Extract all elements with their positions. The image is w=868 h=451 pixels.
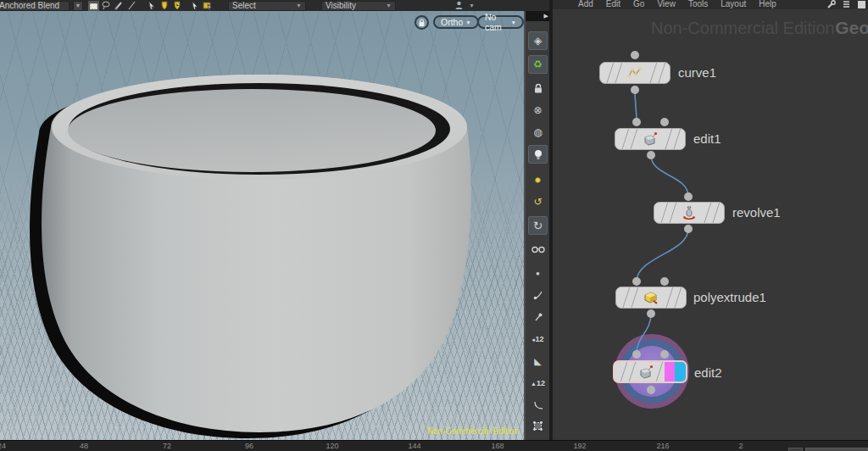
node-polyextrude1[interactable]: [615, 287, 687, 309]
headlight-icon[interactable]: [528, 145, 548, 164]
strip-expand-button[interactable]: ▶: [526, 11, 549, 21]
ortho-view-button[interactable]: Ortho▼: [433, 15, 479, 29]
view-mask-icon[interactable]: ◍: [528, 123, 548, 142]
cursor-shield-icon[interactable]: [159, 1, 170, 11]
polyextrude1-output-dot[interactable]: [647, 309, 655, 318]
hide-pin-icon[interactable]: ⊗: [528, 101, 548, 120]
playbar-timeline[interactable]: 24 48 72 96 120 144 168 192 216 240: [0, 440, 868, 451]
camera-select-button[interactable]: No cam▼: [477, 15, 524, 29]
node-label-polyextrude1[interactable]: polyextrude1: [693, 290, 766, 304]
tick-144: 144: [408, 442, 420, 450]
houdini-window: Anchored Blend ▼ Select: [0, 0, 868, 451]
pin-icon[interactable]: [528, 308, 548, 326]
display-flag[interactable]: [675, 362, 686, 383]
node-edit2[interactable]: [613, 360, 687, 383]
glasses-icon[interactable]: [528, 240, 548, 259]
display-options-toolbar: ▶ ◈ ♻ ⊗ ◍ ↺ ↻ ● ●12 ◣ ▲12: [524, 11, 549, 440]
camera-label: No cam: [485, 12, 509, 32]
curve1-input-dot[interactable]: [631, 51, 639, 59]
point-marker-icon[interactable]: [528, 286, 548, 304]
select-mode-dropdown[interactable]: Select ▼: [228, 1, 306, 11]
edit-node-icon: [642, 131, 659, 147]
bowl-interior: [68, 89, 436, 172]
node-edit1[interactable]: [615, 128, 686, 150]
curve-node-icon: [627, 66, 643, 80]
shield-icon[interactable]: [171, 1, 182, 11]
orbit-pivot-icon[interactable]: ↺: [528, 192, 548, 211]
active-tool-label: Anchored Blend: [0, 1, 59, 10]
curve1-output-dot[interactable]: [631, 86, 639, 94]
visibility-label: Visibility: [326, 1, 356, 10]
view-layout-icon[interactable]: ◈: [528, 31, 548, 50]
profile-curve-icon[interactable]: [528, 396, 548, 415]
marquee-select-icon[interactable]: [88, 1, 99, 11]
tool-dropdown-arrow[interactable]: ▼: [73, 1, 83, 11]
visibility-dropdown[interactable]: Visibility ▼: [321, 1, 396, 11]
edit2-output-dot[interactable]: [647, 386, 655, 394]
revolve1-input-dot[interactable]: [684, 192, 693, 201]
scene-viewport[interactable]: Ortho▼ No cam▼ Non-Commercial Edition: [0, 11, 524, 440]
tick-24: 24: [0, 442, 6, 450]
playbar-button[interactable]: [788, 448, 803, 451]
lasso-select-icon[interactable]: [101, 1, 112, 11]
node-label-revolve1[interactable]: revolve1: [732, 205, 781, 220]
cursor-plain-icon[interactable]: [189, 1, 200, 11]
point-numbers-icon[interactable]: ●12: [528, 330, 548, 348]
wire-polyextrude1-edit2: [637, 314, 651, 354]
tick-192: 192: [573, 442, 586, 450]
snap-point-icon[interactable]: [528, 170, 548, 189]
tick-216: 216: [656, 442, 669, 450]
tick-96: 96: [245, 442, 253, 450]
reference-plane-icon[interactable]: ↻: [528, 216, 548, 235]
ortho-label: Ortho: [441, 17, 463, 27]
prim-display-icon[interactable]: ◣: [528, 352, 548, 370]
edit1-input2-dot[interactable]: [660, 118, 669, 126]
tick-48: 48: [80, 442, 88, 450]
node-revolve1[interactable]: [654, 202, 725, 224]
edit1-output-dot[interactable]: [647, 151, 655, 159]
frame-field[interactable]: [805, 448, 868, 451]
lock-icon[interactable]: [415, 15, 429, 30]
viewport-toolbar: Anchored Blend ▼ Select: [0, 0, 549, 11]
viewport-watermark: Non-Commercial Edition: [427, 426, 519, 436]
tick-72: 72: [163, 442, 171, 450]
toolbar-overflow-caret-icon[interactable]: ▼: [466, 1, 477, 11]
polyextrude-node-icon: [643, 290, 659, 305]
select-mode-label: Select: [232, 1, 256, 10]
prim-numbers-icon[interactable]: ▲12: [528, 374, 548, 393]
polyextrude1-input1-dot[interactable]: [632, 277, 641, 286]
brush-select-icon[interactable]: [114, 1, 125, 11]
bowl-geometry: [0, 11, 524, 440]
edit-node-icon: [637, 365, 654, 380]
show-selected-icon[interactable]: ♻: [528, 55, 548, 74]
wire-revolve1-polyextrude1: [637, 229, 688, 281]
points-display-icon[interactable]: ●: [528, 264, 548, 282]
user-icon[interactable]: [453, 1, 465, 11]
cursor-icon[interactable]: [146, 1, 157, 11]
network-editor[interactable]: Add Edit Go View Tools Layout Help Non-C…: [553, 0, 868, 440]
wire-edit1-revolve1: [651, 155, 688, 197]
lock-icon[interactable]: [528, 79, 548, 97]
polyextrude1-input2-dot[interactable]: [660, 277, 669, 286]
active-tool-dropdown[interactable]: Anchored Blend: [0, 1, 70, 11]
revolve1-output-dot[interactable]: [684, 225, 693, 233]
template-flag[interactable]: [665, 362, 675, 383]
tick-168: 168: [491, 442, 504, 450]
node-label-curve1[interactable]: curve1: [678, 65, 716, 80]
tick-240: 240: [738, 442, 743, 450]
box-select-icon[interactable]: [202, 1, 213, 11]
revolve-node-icon: [682, 205, 697, 220]
timeline-ticks: 24 48 72 96 120 144 168 192 216 240: [0, 441, 743, 451]
hull-display-icon[interactable]: [528, 416, 548, 435]
edit2-input1-dot[interactable]: [632, 350, 641, 359]
node-curve1[interactable]: [599, 62, 670, 84]
tick-120: 120: [326, 442, 338, 450]
edit1-input1-dot[interactable]: [632, 118, 641, 126]
expand-arrow-icon: ▶: [544, 13, 548, 19]
line-select-icon[interactable]: [126, 1, 137, 11]
edit2-input2-dot[interactable]: [660, 350, 669, 359]
node-label-edit2[interactable]: edit2: [694, 365, 722, 380]
node-label-edit1[interactable]: edit1: [693, 131, 721, 146]
